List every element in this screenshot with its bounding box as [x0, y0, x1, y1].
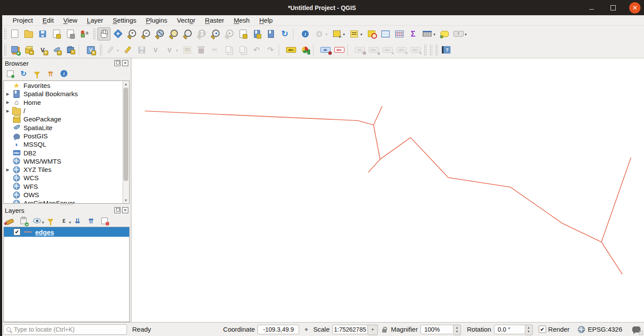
- measure-button[interactable]: ▼: [420, 27, 434, 40]
- browser-item-wfs[interactable]: WFS: [4, 182, 123, 191]
- browser-item-mssql[interactable]: ◗MSSQL: [4, 140, 123, 148]
- coordinate-input[interactable]: [257, 325, 299, 334]
- expand-all-layers-button[interactable]: ⇊: [72, 215, 83, 226]
- browser-item-spatial-bookmarks[interactable]: ▶Spatial Bookmarks: [4, 90, 123, 98]
- dropdown-arrow-icon[interactable]: ▼: [68, 221, 72, 225]
- rotation-input[interactable]: [494, 325, 525, 334]
- new-geopackage-layer-button[interactable]: V✳: [84, 44, 97, 57]
- layer-labeling-button[interactable]: abc: [284, 44, 297, 57]
- menu-view[interactable]: View: [59, 16, 82, 25]
- layers-float-button[interactable]: [114, 207, 120, 213]
- locator-box[interactable]: [3, 324, 127, 335]
- toolbar-drag-handle[interactable]: [424, 44, 427, 56]
- toolbar-drag-handle[interactable]: [93, 28, 96, 40]
- statistical-summary-button[interactable]: Σ: [407, 27, 420, 40]
- layer-visibility-checkbox[interactable]: ✔: [13, 228, 20, 235]
- expand-arrow-icon[interactable]: ▶: [4, 168, 12, 172]
- dropdown-arrow-icon[interactable]: ▼: [116, 49, 120, 53]
- data-source-manager-button[interactable]: [8, 44, 21, 57]
- expand-arrow-icon[interactable]: ▶: [4, 100, 12, 104]
- zoom-in-button[interactable]: +: [125, 27, 138, 40]
- menu-raster[interactable]: Raster: [200, 16, 229, 25]
- dropdown-arrow-icon[interactable]: ▼: [41, 221, 45, 225]
- open-project-button[interactable]: [22, 27, 35, 40]
- toggle-extents-icon[interactable]: ⌖: [302, 325, 310, 334]
- deselect-all-button[interactable]: [365, 27, 378, 40]
- toolbar-drag-handle[interactable]: [3, 28, 7, 40]
- rotation-spinbox[interactable]: ▲▼: [494, 325, 533, 334]
- browser-item-geopackage[interactable]: GeoPackage: [4, 115, 123, 123]
- browser-item-home[interactable]: ▶⌂Home: [4, 98, 123, 107]
- render-checkbox[interactable]: ✔: [539, 326, 546, 333]
- minimize-button[interactable]: [586, 2, 597, 13]
- select-by-form-button[interactable]: ▼: [347, 27, 360, 40]
- browser-item-spatialite[interactable]: SpatiaLite: [4, 123, 123, 131]
- rotation-spin-buttons[interactable]: ▲▼: [525, 325, 533, 335]
- menu-mesh[interactable]: Mesh: [229, 16, 255, 25]
- menu-help[interactable]: Help: [254, 16, 277, 25]
- scroll-down-icon[interactable]: ▼: [123, 197, 129, 203]
- lock-scale-icon[interactable]: [380, 325, 388, 334]
- browser-item-wcs[interactable]: WCS: [4, 174, 123, 182]
- browser-item-postgis[interactable]: PostGIS: [4, 132, 123, 140]
- menu-plugins[interactable]: Plugins: [141, 16, 172, 25]
- resize-grip[interactable]: [638, 330, 644, 336]
- layers-close-button[interactable]: ✕: [122, 207, 128, 213]
- filter-browser-button[interactable]: [32, 68, 42, 79]
- dropdown-arrow-icon[interactable]: ▼: [175, 49, 179, 53]
- zoom-to-layer-button[interactable]: [181, 27, 194, 40]
- browser-properties-button[interactable]: i: [59, 68, 69, 79]
- dropdown-arrow-icon[interactable]: ▼: [342, 33, 346, 37]
- browser-item-xyz-tiles[interactable]: ▶XYZ Tiles: [4, 165, 123, 174]
- crs-globe-icon[interactable]: [577, 325, 585, 334]
- browser-item--[interactable]: ▶/: [4, 107, 123, 115]
- scroll-up-icon[interactable]: ▲: [123, 81, 129, 87]
- pan-map-button[interactable]: [97, 27, 110, 40]
- magnifier-spinbox[interactable]: ▲▼: [420, 325, 461, 334]
- new-map-view-button[interactable]: [237, 27, 250, 40]
- toolbar-drag-handle[interactable]: [99, 44, 102, 56]
- select-features-button[interactable]: ▼: [330, 27, 343, 40]
- toolbar-drag-handle[interactable]: [429, 44, 432, 56]
- crs-indicator[interactable]: EPSG:4326: [588, 326, 622, 333]
- show-layout-manager-button[interactable]: [64, 27, 77, 40]
- collapse-all-layers-button[interactable]: ⇈: [86, 215, 96, 226]
- menu-layer[interactable]: Layer: [82, 16, 108, 25]
- collapse-all-button[interactable]: ⇈: [45, 68, 56, 79]
- add-group-button[interactable]: [18, 215, 29, 226]
- menu-project[interactable]: Project: [8, 16, 38, 25]
- refresh-button[interactable]: ↻: [278, 27, 291, 40]
- toggle-editing-button[interactable]: [121, 44, 134, 57]
- toolbar-drag-handle[interactable]: [435, 44, 438, 56]
- close-button[interactable]: ✕: [629, 2, 641, 13]
- expand-arrow-icon[interactable]: ▶: [4, 92, 12, 96]
- style-manager-button[interactable]: a: [78, 27, 91, 40]
- add-spatialite-layer-button[interactable]: ✳: [50, 44, 63, 57]
- pan-to-selection-button[interactable]: [111, 27, 124, 40]
- browser-item-db2[interactable]: DB2DB2: [4, 148, 123, 157]
- zoom-out-button[interactable]: −: [139, 27, 152, 40]
- show-spatial-bookmarks-button[interactable]: [264, 27, 277, 40]
- scale-dropdown-button[interactable]: ▼: [368, 325, 378, 335]
- add-virtual-layer-button[interactable]: ✳: [64, 44, 77, 57]
- dropdown-arrow-icon[interactable]: ▼: [433, 33, 436, 37]
- browser-item-ows[interactable]: OWS: [4, 191, 123, 199]
- filter-by-expression-button[interactable]: ε▼: [59, 215, 69, 226]
- new-spatial-bookmark-button[interactable]: [250, 27, 264, 40]
- menu-vector[interactable]: Vector: [172, 16, 200, 25]
- open-layer-styling-button[interactable]: [5, 215, 15, 226]
- toolbar-drag-handle[interactable]: [3, 44, 7, 56]
- add-raster-layer-button[interactable]: ✳: [22, 44, 35, 57]
- browser-scrollbar[interactable]: ▲ ▼: [123, 81, 129, 203]
- scale-input[interactable]: [332, 325, 368, 334]
- add-selected-layer-button[interactable]: [5, 68, 15, 79]
- labeling-single-button[interactable]: ab: [319, 44, 332, 57]
- manage-map-themes-button[interactable]: ▼: [32, 215, 42, 226]
- help-button[interactable]: ?: [440, 44, 453, 57]
- refresh-browser-button[interactable]: ↻: [18, 68, 29, 79]
- menu-settings[interactable]: Settings: [108, 16, 141, 25]
- identify-features-button[interactable]: i: [299, 27, 312, 40]
- layer-diagram-button[interactable]: [298, 44, 311, 57]
- highlight-pinned-labels-button[interactable]: abc: [333, 44, 346, 57]
- browser-item-favorites[interactable]: ★Favorites: [4, 81, 123, 90]
